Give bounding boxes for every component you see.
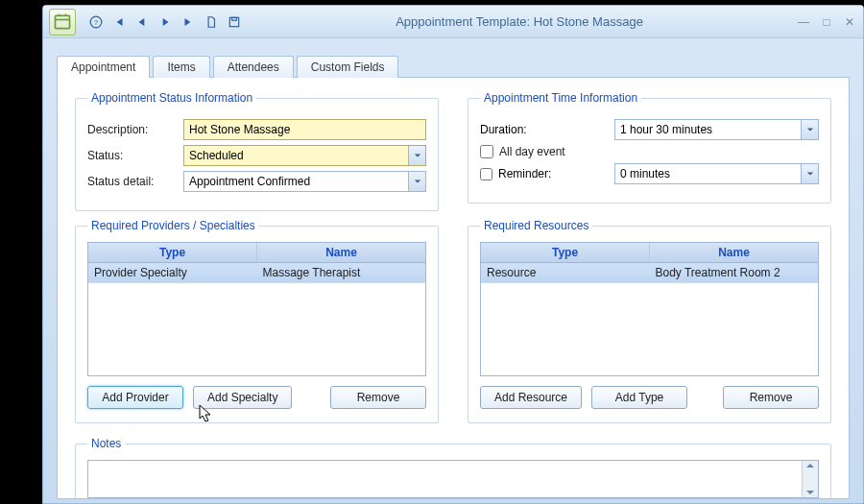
duration-label: Duration: <box>480 123 527 136</box>
duration-combo[interactable]: 1 hour 30 minutes <box>614 119 819 140</box>
notes-textarea[interactable] <box>87 460 819 498</box>
add-specialty-button[interactable]: Add Specialty <box>193 386 292 409</box>
providers-legend: Required Providers / Specialties <box>87 219 259 232</box>
last-icon[interactable] <box>180 13 197 31</box>
cell-type: Provider Specialty <box>88 263 257 282</box>
status-value: Scheduled <box>189 149 244 162</box>
minimize-button[interactable]: — <box>796 14 811 30</box>
status-combo[interactable]: Scheduled <box>183 145 426 166</box>
status-group: Appointment Status Information Descripti… <box>75 91 439 211</box>
prev-icon[interactable] <box>133 13 151 31</box>
providers-col-name: Name <box>257 243 425 262</box>
notes-group: Notes <box>75 437 831 499</box>
resources-grid[interactable]: Type Name Resource Body Treatment Room 2 <box>480 242 819 376</box>
resources-col-name: Name <box>650 243 818 262</box>
reminder-combo[interactable]: 0 minutes <box>614 163 819 184</box>
add-type-button[interactable]: Add Type <box>591 386 687 409</box>
chevron-down-icon <box>801 120 818 139</box>
resources-col-type: Type <box>481 243 650 262</box>
detail-label: Status detail: <box>87 175 183 188</box>
status-label: Status: <box>87 149 183 162</box>
resource-remove-button[interactable]: Remove <box>723 386 819 409</box>
tab-appointment[interactable]: Appointment <box>57 56 150 78</box>
add-provider-button[interactable]: Add Provider <box>87 386 183 409</box>
cell-name: Body Treatment Room 2 <box>650 263 819 282</box>
duration-value: 1 hour 30 minutes <box>620 123 712 136</box>
window-controls: — □ ✕ <box>796 14 857 30</box>
tab-panel: Appointment Status Information Descripti… <box>57 77 850 499</box>
providers-grid[interactable]: Type Name Provider Specialty Massage The… <box>87 242 426 376</box>
description-input[interactable] <box>183 119 426 140</box>
time-legend: Appointment Time Information <box>480 91 641 105</box>
first-icon[interactable] <box>110 13 128 31</box>
time-group: Appointment Time Information Duration: 1… <box>468 91 831 204</box>
scrollbar[interactable] <box>802 461 818 497</box>
chevron-down-icon <box>801 164 818 183</box>
svg-rect-0 <box>56 15 70 28</box>
svg-text:?: ? <box>94 18 98 25</box>
tab-attendees[interactable]: Attendees <box>213 56 294 78</box>
chevron-down-icon <box>408 146 425 165</box>
providers-group: Required Providers / Specialties Type Na… <box>75 219 439 423</box>
reminder-checkbox[interactable] <box>480 168 492 180</box>
window: ? Apppointment Template: Hot Stone Massa… <box>42 5 864 504</box>
status-legend: Appointment Status Information <box>87 91 256 105</box>
toolbar: ? <box>87 13 243 31</box>
description-label: Description: <box>87 123 183 136</box>
status-detail-value: Appointment Confirmed <box>189 175 310 188</box>
help-icon[interactable]: ? <box>87 13 105 31</box>
cell-name: Massage Therapist <box>257 263 426 282</box>
reminder-label: Reminder: <box>498 167 551 180</box>
save-icon[interactable] <box>226 13 243 31</box>
table-row[interactable]: Resource Body Treatment Room 2 <box>481 263 818 283</box>
content-area: Appointment Items Attendees Custom Field… <box>43 38 863 503</box>
title-bar: ? Apppointment Template: Hot Stone Massa… <box>43 6 863 38</box>
notes-legend: Notes <box>87 437 125 450</box>
svg-rect-7 <box>232 17 237 20</box>
status-detail-combo[interactable]: Appointment Confirmed <box>183 171 426 192</box>
maximize-button[interactable]: □ <box>819 14 834 30</box>
tab-strip: Appointment Items Attendees Custom Field… <box>57 56 850 78</box>
close-button[interactable]: ✕ <box>842 14 857 30</box>
table-row[interactable]: Provider Specialty Massage Therapist <box>88 263 425 283</box>
svg-rect-6 <box>229 17 238 26</box>
resources-group: Required Resources Type Name Resource Bo… <box>468 219 831 423</box>
new-icon[interactable] <box>203 13 220 31</box>
providers-col-type: Type <box>88 243 257 262</box>
window-title: Apppointment Template: Hot Stone Massage <box>243 14 796 29</box>
next-icon[interactable] <box>156 13 174 31</box>
tab-items[interactable]: Items <box>153 56 209 78</box>
cell-type: Resource <box>481 263 650 282</box>
app-icon <box>49 9 76 36</box>
reminder-value: 0 minutes <box>620 167 670 180</box>
provider-remove-button[interactable]: Remove <box>330 386 426 409</box>
add-resource-button[interactable]: Add Resource <box>480 386 582 409</box>
allday-checkbox[interactable] <box>480 145 493 158</box>
resources-legend: Required Resources <box>480 219 592 232</box>
chevron-down-icon <box>408 172 425 191</box>
tab-custom-fields[interactable]: Custom Fields <box>297 56 399 78</box>
allday-label: All day event <box>499 145 565 158</box>
